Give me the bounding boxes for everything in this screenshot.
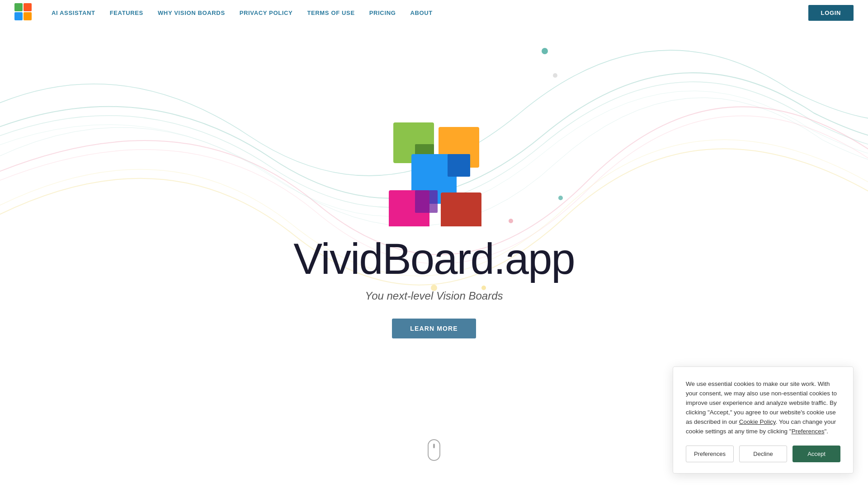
- svg-rect-2: [14, 12, 23, 20]
- nav-links: AI ASSISTANT FEATURES WHY VISION BOARDS …: [52, 9, 808, 16]
- nav-privacy-policy[interactable]: PRIVACY POLICY: [240, 9, 293, 16]
- learn-more-button[interactable]: LEARN MORE: [392, 319, 476, 338]
- nav-features[interactable]: FEATURES: [110, 9, 143, 16]
- nav-why-vision-boards[interactable]: WHY VISION BOARDS: [158, 9, 225, 16]
- scroll-icon: [428, 439, 440, 461]
- nav-ai-assistant[interactable]: AI ASSISTANT: [52, 9, 95, 16]
- svg-point-5: [553, 73, 557, 78]
- cookie-buttons: Preferences Decline Accept: [686, 446, 840, 462]
- cookie-decline-button[interactable]: Decline: [739, 446, 787, 462]
- cookie-banner: We use essential cookies to make our sit…: [673, 366, 854, 474]
- nav-about[interactable]: ABOUT: [410, 9, 432, 16]
- svg-rect-0: [14, 3, 23, 11]
- scroll-dot: [433, 444, 435, 448]
- site-logo[interactable]: [14, 3, 33, 22]
- navigation: AI ASSISTANT FEATURES WHY VISION BOARDS …: [0, 0, 868, 25]
- svg-rect-3: [24, 12, 32, 20]
- svg-rect-18: [415, 190, 438, 213]
- cookie-preferences-button[interactable]: Preferences: [686, 446, 734, 462]
- nav-terms-of-use[interactable]: TERMS OF USE: [307, 9, 354, 16]
- hero-subtitle: You next-level Vision Boards: [365, 290, 503, 302]
- cookie-text-end: ".: [824, 428, 828, 435]
- cookie-text: We use essential cookies to make our sit…: [686, 380, 840, 436]
- nav-pricing[interactable]: PRICING: [369, 9, 396, 16]
- login-button[interactable]: LOGIN: [808, 5, 854, 21]
- svg-rect-16: [448, 154, 470, 177]
- scroll-indicator: [428, 439, 440, 461]
- svg-rect-19: [441, 192, 481, 226]
- hero-logo-mark: [384, 122, 484, 226]
- svg-point-4: [542, 48, 548, 54]
- svg-rect-1: [24, 3, 32, 11]
- cookie-accept-button[interactable]: Accept: [793, 446, 840, 462]
- hero-title: VividBoard.app: [293, 237, 574, 281]
- cookie-preferences-link-inline[interactable]: Preferences: [792, 428, 825, 435]
- hero-content: VividBoard.app You next-level Vision Boa…: [293, 122, 574, 338]
- cookie-policy-link[interactable]: Cookie Policy: [739, 418, 776, 425]
